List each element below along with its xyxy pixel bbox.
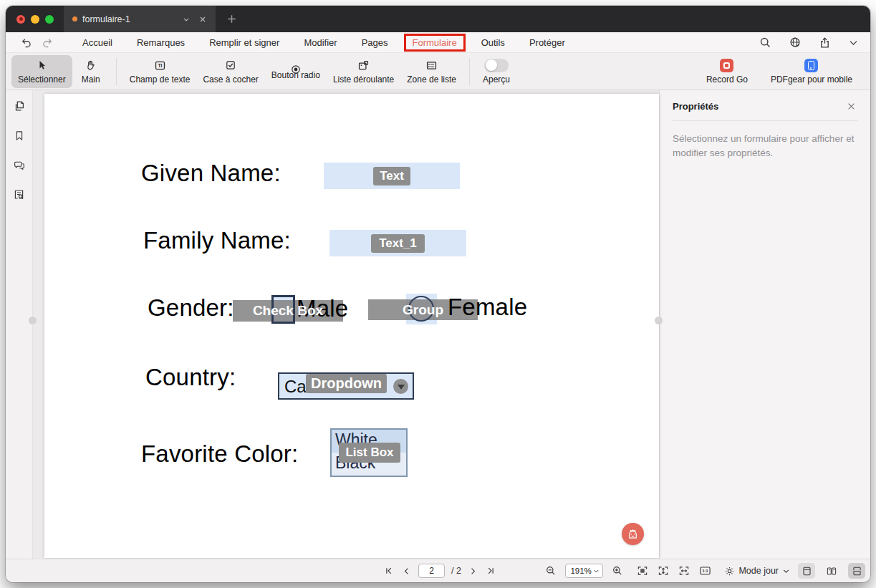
svg-text:1:1: 1:1: [703, 569, 708, 573]
zoom-level-select[interactable]: 191%: [565, 564, 603, 578]
preview-toggle-button[interactable]: Aperçu: [476, 55, 516, 88]
next-page-button[interactable]: [468, 566, 478, 577]
day-mode-select[interactable]: Mode jour: [724, 566, 790, 577]
fit-height-icon[interactable]: [657, 564, 670, 577]
document-search-icon[interactable]: [10, 185, 29, 203]
checkbox-icon: [225, 59, 236, 72]
sidebar-resize-handle[interactable]: [29, 317, 37, 324]
hand-icon: [85, 59, 96, 72]
redo-button[interactable]: [39, 34, 56, 50]
page-number-input[interactable]: [418, 564, 445, 578]
list-box-icon: [425, 59, 438, 72]
menu-formulaire-active[interactable]: Formulaire: [404, 34, 466, 52]
pdfgear-mobile-button[interactable]: PDFgear pour mobile: [764, 55, 859, 88]
document-canvas[interactable]: Given Name: Text Family Name: Text_1 Gen…: [33, 90, 659, 559]
combo-box-tool-button[interactable]: Liste déroulante: [327, 55, 400, 88]
collapse-toolbar-chevron-icon[interactable]: [848, 37, 859, 48]
zoom-chevron-icon: [593, 568, 600, 574]
continuous-scroll-view-button[interactable]: [848, 563, 865, 579]
tab-close-icon[interactable]: [197, 14, 208, 25]
text-field-tool-button[interactable]: TI Champ de texte: [123, 55, 197, 88]
toolbar-divider: [469, 58, 470, 85]
radio-tool-button[interactable]: Bouton radio: [265, 55, 327, 88]
combo-box-icon: [357, 59, 370, 72]
checkbox-tool-button[interactable]: Case à cocher: [196, 55, 264, 88]
page-thumbnails-icon[interactable]: [10, 97, 29, 115]
list-box-tool-button[interactable]: Zone de liste: [400, 55, 463, 88]
zoom-level-value: 191%: [570, 567, 591, 575]
comments-icon[interactable]: [10, 156, 29, 173]
statusbar: / 2 191%: [6, 559, 870, 582]
preview-toggle-switch[interactable]: [484, 59, 509, 72]
fit-width-icon[interactable]: [678, 564, 690, 577]
panel-resize-handle[interactable]: [655, 317, 663, 324]
last-page-button[interactable]: [485, 565, 496, 577]
menu-modifier[interactable]: Modifier: [292, 34, 349, 51]
document-tab[interactable]: formulaire-1: [64, 6, 216, 32]
properties-title: Propriétés: [673, 101, 718, 112]
menu-accueil[interactable]: Accueil: [70, 34, 125, 51]
select-tool-button[interactable]: Sélectionner: [11, 55, 72, 88]
form-toolbar: Sélectionner Main TI Champ de texte Case…: [6, 53, 870, 90]
record-go-button[interactable]: Record Go: [700, 55, 754, 88]
properties-empty-text: Sélectionnez un formulaire pour afficher…: [673, 132, 857, 160]
first-page-button[interactable]: [383, 565, 395, 577]
undo-button[interactable]: [17, 34, 34, 50]
family-name-label: Family Name:: [143, 227, 291, 254]
favorite-color-label: Favorite Color:: [141, 440, 298, 468]
menu-remarques[interactable]: Remarques: [125, 34, 197, 51]
mode-chevron-icon: [782, 567, 790, 575]
given-name-field-badge: Text: [373, 167, 410, 185]
properties-close-icon[interactable]: [845, 100, 857, 112]
text-field-icon: TI: [154, 59, 166, 72]
gender-label: Gender:: [148, 294, 234, 322]
share-icon[interactable]: [819, 37, 831, 49]
menubar: Accueil Remarques Remplir et signer Modi…: [6, 32, 870, 53]
single-page-view-button[interactable]: [798, 563, 815, 579]
two-page-view-button[interactable]: [823, 563, 840, 579]
dropdown-field-badge: Dropdown: [306, 374, 387, 393]
menu-proteger[interactable]: Protéger: [517, 34, 577, 51]
hand-tool-button[interactable]: Main: [72, 55, 110, 88]
menu-outils[interactable]: Outils: [469, 34, 517, 51]
traffic-lights: [6, 6, 64, 32]
previous-page-button[interactable]: [401, 566, 412, 577]
svg-text:TI: TI: [158, 63, 162, 68]
record-go-icon: [720, 59, 733, 72]
left-sidebar: [6, 90, 33, 559]
cursor-arrow-icon: [37, 59, 47, 72]
robot-icon: [626, 527, 640, 541]
toolbar-divider: [116, 58, 117, 85]
page-total-label: / 2: [451, 566, 461, 576]
bookmarks-icon[interactable]: [10, 127, 29, 144]
day-mode-label: Mode jour: [738, 566, 779, 576]
country-label: Country:: [145, 364, 236, 391]
tab-title: formulaire-1: [82, 14, 175, 24]
pdf-page[interactable]: Given Name: Text Family Name: Text_1 Gen…: [44, 94, 659, 558]
tab-chevron-down-icon[interactable]: [181, 14, 192, 25]
dropdown-arrow-icon[interactable]: [393, 379, 408, 394]
listbox-field-badge: List Box: [339, 443, 400, 463]
given-name-label: Given Name:: [141, 160, 281, 187]
checkbox-field-name: Check Box: [233, 300, 343, 322]
menu-remplir-et-signer[interactable]: Remplir et signer: [197, 34, 292, 51]
unsaved-indicator-icon: [72, 16, 77, 21]
search-icon[interactable]: [759, 37, 771, 49]
minimize-window-button[interactable]: [31, 15, 39, 24]
ai-robot-button[interactable]: [622, 523, 644, 545]
fit-screen-icon[interactable]: [636, 564, 649, 577]
zoom-out-icon[interactable]: [544, 564, 557, 577]
close-window-button[interactable]: [16, 15, 25, 24]
sun-icon: [724, 566, 735, 577]
properties-panel: Propriétés Sélectionnez un formulaire po…: [659, 90, 870, 559]
globe-icon[interactable]: [789, 36, 802, 49]
titlebar: formulaire-1: [6, 6, 870, 32]
app-window: formulaire-1 Accueil Remarques Remplir e…: [6, 6, 870, 582]
radio-field-name: Group: [368, 299, 478, 320]
menu-pages[interactable]: Pages: [350, 34, 400, 51]
zoom-window-button[interactable]: [45, 15, 54, 24]
mobile-phone-icon: [804, 59, 818, 72]
zoom-in-icon[interactable]: [611, 564, 624, 577]
new-tab-button[interactable]: [216, 6, 247, 32]
actual-size-icon[interactable]: 1:1: [698, 564, 712, 577]
